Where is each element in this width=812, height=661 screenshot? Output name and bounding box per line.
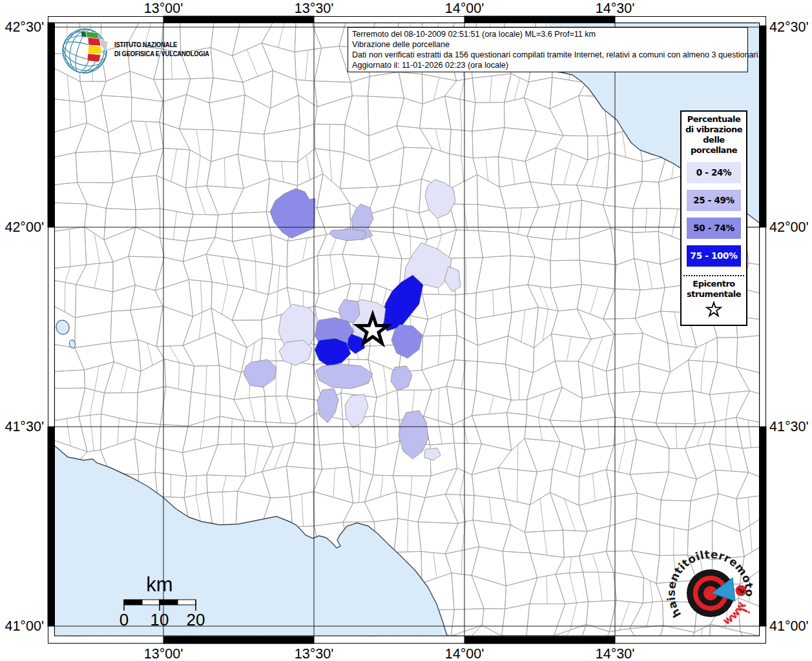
earthquake-info-box: Terremoto del 08-10-2009 02:51:51 (ora l… bbox=[348, 27, 748, 72]
longitude-label-bottom: 14°00' bbox=[445, 646, 484, 661]
longitude-label-top: 13°00' bbox=[144, 1, 183, 16]
longitude-label-bottom: 14°30' bbox=[596, 646, 635, 661]
latitude-label-left: 41°00' bbox=[5, 618, 44, 634]
legend: Percentualedi vibrazionedelleporcellane … bbox=[680, 110, 747, 326]
legend-title-line: di vibrazione bbox=[682, 125, 746, 135]
legend-title-line: porcellane bbox=[682, 145, 746, 156]
latitude-label-left: 41°30' bbox=[5, 419, 44, 434]
frame-band bbox=[163, 16, 314, 23]
longitude-label-bottom: 13°00' bbox=[144, 646, 183, 661]
scale-bar-tick-label: 0 bbox=[120, 610, 129, 629]
frame-band bbox=[48, 23, 54, 227]
longitude-label-top: 13°30' bbox=[295, 1, 334, 16]
frame-band bbox=[48, 427, 54, 626]
legend-epicenter-line: strumentale bbox=[682, 289, 746, 300]
legend-title-line: delle bbox=[682, 135, 746, 145]
latitude-label-right: 42°00' bbox=[769, 219, 809, 235]
latitude-label-right: 41°00' bbox=[769, 618, 809, 634]
legend-class-swatch: 75 - 100% bbox=[687, 245, 741, 267]
frame-band bbox=[163, 636, 314, 644]
latitude-label-right: 41°30' bbox=[769, 419, 809, 434]
scale-bar-segment bbox=[178, 600, 196, 605]
scale-bar-segment bbox=[124, 600, 142, 605]
legend-class-swatch: 50 - 74% bbox=[687, 218, 741, 239]
scale-bar-tick-label: 20 bbox=[187, 610, 205, 629]
legend-classes: 0 - 24%25 - 49%50 - 74%75 - 100% bbox=[682, 162, 746, 267]
legend-title-line: Percentuale bbox=[682, 114, 746, 125]
scale-bar-tick-label: 10 bbox=[151, 610, 169, 629]
legend-separator bbox=[683, 275, 744, 276]
ingv-wordmark-line2: DI GEOFISICA E VULCANOLOGIA bbox=[114, 50, 209, 58]
epicenter-star-glyph bbox=[707, 303, 721, 316]
macroseismic-map-page: { "info_box": { "lines": [ "Terremoto de… bbox=[0, 0, 812, 661]
longitude-label-bottom: 13°30' bbox=[295, 646, 334, 661]
map-canvas: 13°00'13°30'14°00'14°30'13°00'13°30'14°0… bbox=[0, 0, 812, 661]
latitude-label-left: 42°00' bbox=[5, 219, 44, 235]
frame-band bbox=[464, 636, 615, 644]
ingv-wordmark-line1: ISTITUTO NAZIONALE bbox=[114, 41, 178, 49]
longitude-label-top: 14°00' bbox=[445, 1, 484, 16]
legend-title: Percentualedi vibrazionedelleporcellane bbox=[682, 114, 746, 156]
info-line-data-note: Dati non verificati estratti da 156 ques… bbox=[352, 50, 744, 60]
legend-epicenter-line: Epicentro bbox=[682, 279, 746, 289]
frame-band bbox=[760, 26, 766, 227]
scale-bar-segment bbox=[142, 600, 160, 605]
frame-band bbox=[760, 427, 766, 626]
scale-bar-unit: km bbox=[146, 573, 172, 596]
info-line-updated: Aggiornato il: 11-01-2026 02:23 (ora loc… bbox=[352, 60, 744, 70]
latitude-label-right: 42°30' bbox=[769, 19, 809, 35]
info-line-event: Terremoto del 08-10-2009 02:51:51 (ora l… bbox=[352, 29, 744, 39]
scale-bar-segment bbox=[160, 600, 178, 605]
epicenter-star-icon bbox=[704, 301, 724, 318]
legend-epicenter-label: Epicentrostrumentale bbox=[682, 279, 746, 300]
legend-class-swatch: 25 - 49% bbox=[687, 190, 741, 211]
frame-band bbox=[464, 16, 615, 23]
longitude-label-top: 14°30' bbox=[596, 1, 635, 16]
info-line-effect: Vibrazione delle porcellane bbox=[352, 39, 744, 50]
legend-class-swatch: 0 - 24% bbox=[687, 162, 741, 183]
latitude-label-left: 42°30' bbox=[5, 19, 44, 35]
